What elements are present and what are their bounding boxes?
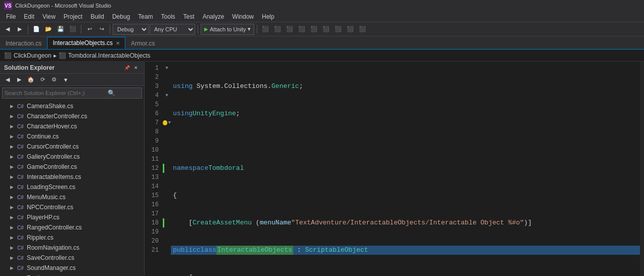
redo-button[interactable]: ↪	[96, 24, 107, 35]
list-item[interactable]: ▶ C# Rippler.cs	[0, 233, 144, 243]
list-item[interactable]: ▶ C# LoadingScreen.cs	[0, 182, 144, 192]
cs-file-icon: C#	[17, 245, 25, 251]
list-item[interactable]: ▶ C# InteractableItems.cs	[0, 172, 144, 182]
breadcrumb-class[interactable]: Tombdoral.InteractableObjects	[68, 52, 151, 59]
list-item[interactable]: ▶ C# NPCController.cs	[0, 202, 144, 212]
list-item[interactable]: ▶ C# CursorController.cs	[0, 142, 144, 152]
se-filter-button[interactable]: ▼	[60, 74, 71, 85]
code-line-5: {	[171, 191, 640, 200]
tab-interactable-objects[interactable]: InteractableObjects.cs ✕	[47, 37, 125, 49]
cs-file-icon: C#	[17, 124, 25, 129]
file-label: InteractableItems.cs	[27, 173, 81, 180]
list-item[interactable]: ▶ C# CharacterHover.cs	[0, 121, 144, 131]
undo-button[interactable]: ↩	[84, 24, 95, 35]
tab-interaction[interactable]: Interaction.cs	[0, 37, 47, 49]
list-item[interactable]: ▶ C# RangedController.cs	[0, 222, 144, 233]
code-line-4: namespace Tombdoral	[171, 164, 640, 173]
config-dropdown[interactable]: Debug Release	[113, 24, 149, 35]
se-pin-button[interactable]: 📌	[123, 64, 131, 72]
breadcrumb-project[interactable]: ClickDungeon	[14, 52, 52, 59]
list-item[interactable]: ▶ C# RoomNavigation.cs	[0, 243, 144, 253]
se-forward-button[interactable]: ▶	[14, 74, 25, 85]
platform-dropdown[interactable]: Any CPU	[150, 24, 195, 35]
menu-project[interactable]: Project	[60, 12, 86, 21]
menu-tools[interactable]: Tools	[157, 12, 179, 21]
file-label: LoadingScreen.cs	[27, 183, 75, 191]
toolbar-btn-e[interactable]: ⬛	[308, 24, 319, 35]
se-settings-button[interactable]: ⚙	[49, 74, 60, 85]
cs-file-icon: C#	[17, 195, 25, 200]
gutter-14	[163, 182, 171, 191]
main-layout: Solution Explorer 📌 ✕ ◀ ▶ 🏠 ⟳ ⚙ ▼ 🔍 ▶ C#	[0, 62, 644, 276]
sep4	[198, 25, 198, 34]
gutter-20	[163, 237, 171, 246]
toolbar-btn-h[interactable]: ⬛	[345, 24, 356, 35]
menu-analyze[interactable]: Analyze	[199, 12, 228, 21]
menu-edit[interactable]: Edit	[20, 12, 38, 21]
open-button[interactable]: 📂	[43, 24, 54, 35]
breadcrumb-sep: ▸	[54, 52, 57, 59]
bulb-icon[interactable]	[163, 120, 167, 125]
menu-view[interactable]: View	[38, 12, 60, 21]
vertical-scrollbar[interactable]	[640, 62, 644, 276]
new-project-button[interactable]: 📄	[31, 24, 42, 35]
code-content[interactable]: using System.Collections.Generic; using …	[171, 62, 640, 276]
menu-team[interactable]: Team	[134, 12, 157, 21]
list-item[interactable]: ▶ C# SoundManager.cs	[0, 263, 144, 273]
save-all-button[interactable]: ⬛	[67, 24, 78, 35]
se-search-input[interactable]	[5, 90, 106, 96]
list-item[interactable]: ▶ C# GameController.cs	[0, 162, 144, 172]
forward-button[interactable]: ▶	[14, 24, 25, 35]
file-label: CameraShake.cs	[27, 103, 73, 110]
toolbar-btn-c[interactable]: ⬛	[284, 24, 295, 35]
file-label: RangedController.cs	[27, 224, 82, 231]
green-indicator-18	[163, 218, 164, 227]
toolbar-btn-d[interactable]: ⬛	[296, 24, 307, 35]
tab-close-icon[interactable]: ✕	[116, 40, 120, 46]
menu-window[interactable]: Window	[228, 12, 258, 21]
list-item[interactable]: ▶ C# SaveController.cs	[0, 253, 144, 263]
list-item[interactable]: ▶ C# Continue.cs	[0, 131, 144, 142]
toolbar-btn-a[interactable]: ⬛	[260, 24, 271, 35]
list-item[interactable]: ▶ C# CharacterController.cs	[0, 111, 144, 121]
file-label: PlayerHP.cs	[27, 214, 59, 221]
menu-debug[interactable]: Debug	[108, 12, 134, 21]
gutter-5	[163, 100, 171, 109]
toolbar: ◀ ▶ 📄 📂 💾 ⬛ ↩ ↪ Debug Release Any CPU ▶ …	[0, 22, 644, 36]
list-item[interactable]: ▶ C# CameraShake.cs	[0, 101, 144, 111]
menu-help[interactable]: Help	[258, 12, 279, 21]
attach-to-unity-button[interactable]: ▶ Attach to Unity ▾	[201, 24, 254, 35]
cs-file-icon: C#	[17, 144, 25, 150]
se-back-button[interactable]: ◀	[2, 74, 13, 85]
menu-build[interactable]: Build	[86, 12, 108, 21]
toolbar-btn-b[interactable]: ⬛	[272, 24, 283, 35]
file-label: CharacterController.cs	[27, 113, 87, 120]
toolbar-btn-i[interactable]: ⬛	[357, 24, 368, 35]
se-home-button[interactable]: 🏠	[25, 74, 36, 85]
menu-test[interactable]: Test	[179, 12, 199, 21]
save-button[interactable]: 💾	[55, 24, 66, 35]
sep1	[28, 25, 28, 34]
expand-icon: ▶	[10, 195, 17, 200]
list-item[interactable]: ▶ C# MenuMusic.cs	[0, 192, 144, 202]
cs-file-icon: C#	[17, 205, 25, 210]
gutter-11	[163, 155, 171, 164]
tab-armor[interactable]: Armor.cs	[125, 37, 160, 49]
breadcrumb-bar: ⬛ ClickDungeon ▸ ⬛ Tombdoral.Interactabl…	[0, 50, 644, 62]
cs-file-icon: C#	[17, 235, 25, 241]
list-item[interactable]: ▶ C# TextInput.cs	[0, 273, 144, 276]
title-bar: VS ClickDungeon - Microsoft Visual Studi…	[0, 0, 644, 11]
expand-icon: ▶	[10, 205, 17, 210]
back-button[interactable]: ◀	[2, 24, 13, 35]
list-item[interactable]: ▶ C# GalleryController.cs	[0, 152, 144, 162]
se-sync-button[interactable]: ⟳	[37, 74, 48, 85]
list-item[interactable]: ▶ C# PlayerHP.cs	[0, 212, 144, 222]
toolbar-btn-f[interactable]: ⬛	[320, 24, 332, 35]
se-close-button[interactable]: ✕	[132, 64, 140, 72]
attach-label: Attach to Unity	[210, 26, 246, 32]
gutter-2	[163, 73, 171, 82]
expand-icon: ▶	[10, 144, 17, 149]
se-search-box[interactable]: 🔍	[2, 87, 142, 99]
toolbar-btn-g[interactable]: ⬛	[333, 24, 344, 35]
menu-file[interactable]: File	[2, 12, 20, 21]
